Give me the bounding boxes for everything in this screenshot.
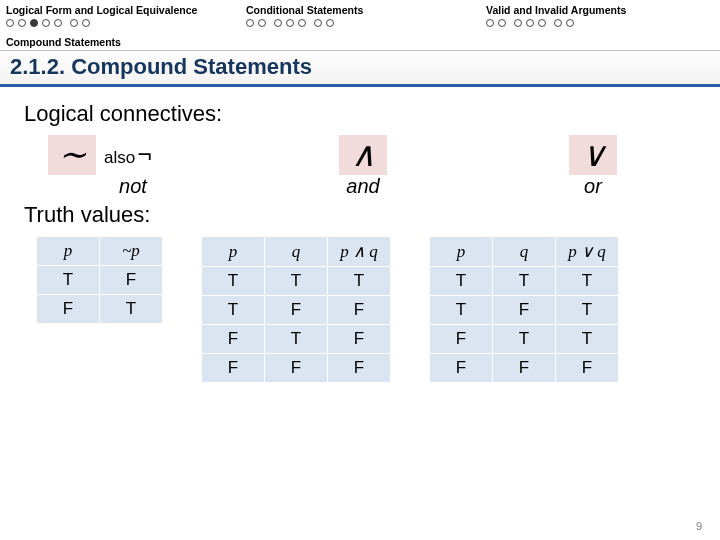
col-header: q	[493, 237, 556, 267]
symbol-not-alt: ¬	[135, 140, 152, 169]
connective-not: ∼ also¬ not	[48, 135, 218, 198]
table-row: TTT	[202, 267, 391, 296]
col-header: p	[37, 237, 100, 266]
table-row: TTT	[430, 267, 619, 296]
also-label: also¬	[104, 140, 152, 170]
section-heading-truth: Truth values:	[24, 202, 696, 228]
subnav-label: Compound Statements	[0, 33, 720, 50]
progress-dots	[486, 19, 714, 27]
table-row: FTT	[430, 325, 619, 354]
nav-tab-logical-form[interactable]: Logical Form and Logical Equivalence	[0, 0, 240, 33]
nav-tab-label: Valid and Invalid Arguments	[486, 4, 714, 16]
truth-table-not: p ~p TF FT	[36, 236, 163, 324]
col-header: p	[202, 237, 265, 267]
table-row: TFF	[202, 296, 391, 325]
table-row: FFF	[202, 354, 391, 383]
connective-label: or	[508, 175, 678, 198]
symbol-and: ∧	[339, 135, 387, 175]
connectives-row: ∼ also¬ not ∧ and ∨ or	[48, 135, 696, 198]
nav-tab-label: Logical Form and Logical Equivalence	[6, 4, 234, 16]
table-row: FTF	[202, 325, 391, 354]
col-header: q	[265, 237, 328, 267]
progress-dots	[246, 19, 474, 27]
col-header: p ∨ q	[556, 237, 619, 267]
connective-and: ∧ and	[278, 135, 448, 198]
nav-tab-arguments[interactable]: Valid and Invalid Arguments	[480, 0, 720, 33]
table-row: TFT	[430, 296, 619, 325]
progress-dots	[6, 19, 234, 27]
table-row: TF	[37, 266, 163, 295]
dot-current-icon	[30, 19, 38, 27]
nav-tab-label: Conditional Statements	[246, 4, 474, 16]
table-row: FFF	[430, 354, 619, 383]
col-header: p ∧ q	[328, 237, 391, 267]
connective-or: ∨ or	[508, 135, 678, 198]
table-row: FT	[37, 295, 163, 324]
truth-tables: p ~p TF FT p q p ∧ q TTT TFF FTF FFF	[36, 236, 696, 383]
top-nav: Logical Form and Logical Equivalence Con…	[0, 0, 720, 33]
title-bar: 2.1.2. Compound Statements	[0, 50, 720, 87]
nav-tab-conditional[interactable]: Conditional Statements	[240, 0, 480, 33]
truth-table-or: p q p ∨ q TTT TFT FTT FFF	[429, 236, 619, 383]
page-title: 2.1.2. Compound Statements	[10, 54, 312, 79]
connective-label: and	[278, 175, 448, 198]
symbol-or: ∨	[569, 135, 617, 175]
truth-table-and: p q p ∧ q TTT TFF FTF FFF	[201, 236, 391, 383]
col-header: ~p	[100, 237, 163, 266]
col-header: p	[430, 237, 493, 267]
section-heading-connectives: Logical connectives:	[24, 101, 696, 127]
page-number: 9	[696, 520, 702, 532]
symbol-not: ∼	[48, 135, 96, 175]
connective-label: not	[48, 175, 218, 198]
